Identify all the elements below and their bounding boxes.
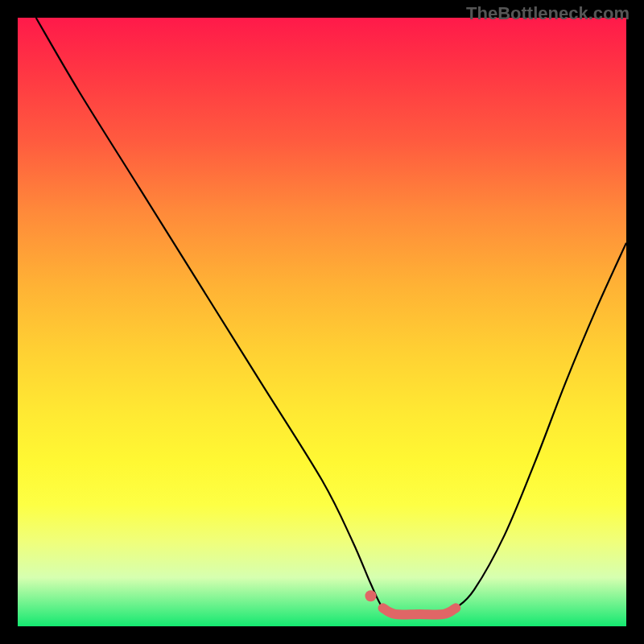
highlight-dot (365, 590, 376, 601)
main-curve (36, 18, 626, 614)
highlight-segment (383, 608, 456, 614)
chart-curve-layer (18, 18, 626, 626)
chart-plot-area (18, 18, 626, 626)
watermark-text: TheBottleneck.com (466, 3, 630, 24)
